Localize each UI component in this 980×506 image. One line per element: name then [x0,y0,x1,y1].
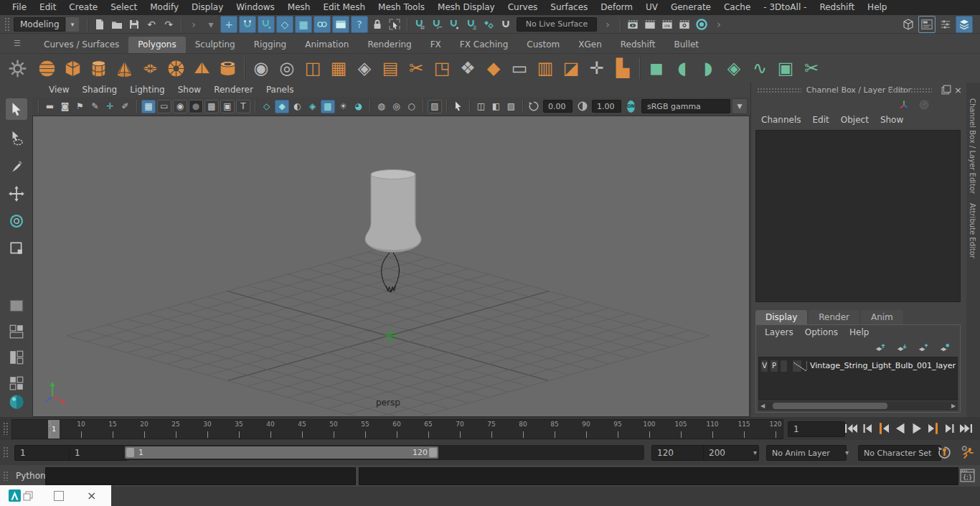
channel-box-menu-object[interactable]: Object [835,115,875,125]
open-render-view-icon[interactable] [625,17,641,32]
poly-cylinder-icon[interactable] [86,56,110,80]
shelf-tab-redshift[interactable]: Redshift [611,37,665,53]
shelf-tab-bullet[interactable]: Bullet [664,37,708,53]
render-current-frame-icon[interactable] [642,17,658,32]
menu-set-selector[interactable]: Modeling ▾ [14,17,80,32]
safe-title-icon[interactable]: T [236,100,250,113]
tool-settings-toggle-icon[interactable] [938,17,953,32]
film-gate-icon[interactable]: ▭ [157,100,171,113]
mirror-icon[interactable]: ◫ [301,56,325,80]
shelf-tab-curves-surfaces[interactable]: Curves / Surfaces [34,37,128,53]
bookmark-icon[interactable]: ⚑ [73,100,87,113]
undo-icon[interactable]: ↶ [143,17,159,32]
current-frame-field[interactable]: 1 [788,421,845,437]
shelf-gear-icon[interactable] [5,56,29,80]
poly-sphere-icon[interactable] [34,56,59,80]
layout-three-pane-button[interactable] [6,347,27,368]
character-set-field[interactable]: No Character Set [858,445,941,461]
menu-surfaces[interactable]: Surfaces [544,0,594,15]
time-slider[interactable]: 1 51015202530354045505560657075808590951… [11,419,783,439]
layer-tab-display[interactable]: Display [755,310,807,325]
step-forward-key-button[interactable] [925,421,941,436]
menu--3dtoall-[interactable]: - 3DtoAll - [757,0,813,15]
menu-curves[interactable]: Curves [501,0,545,15]
channel-box-list[interactable] [755,130,961,302]
back-buffer-icon[interactable]: ◧ [489,100,503,113]
redo-icon[interactable]: ↷ [161,17,176,32]
viewport-menu-renderer[interactable]: Renderer [207,85,260,95]
poly-torus-icon[interactable] [164,56,188,80]
layout-two-pane-button[interactable] [6,321,27,342]
play-backwards-button[interactable] [892,421,908,436]
uv-editor-icon[interactable]: ▣ [773,56,798,80]
toon-shader-icon[interactable] [694,17,710,32]
menu-uv[interactable]: UV [639,0,664,15]
step-back-frame-button[interactable] [859,421,875,436]
menu-mesh[interactable]: Mesh [281,0,317,15]
history-fwd-icon[interactable]: › [600,17,616,32]
transform-gizmo-icon[interactable]: ✛ [103,100,117,113]
poly-pyramid-icon[interactable] [189,56,214,80]
anim-pencil-icon[interactable]: ✎ [88,100,102,113]
menu-display[interactable]: Display [185,0,230,15]
layer-menu-options[interactable]: Options [799,327,844,337]
tab-attribute-editor[interactable]: Attribute Editor [969,203,976,258]
menu-edit-mesh[interactable]: Edit Mesh [316,0,372,15]
layer-color-swatch[interactable] [792,360,802,373]
xray-icon[interactable]: ◍ [374,100,388,113]
gamma-dropdown[interactable]: sRGB gamma ▼ [641,98,748,114]
layer-name[interactable]: Vintage_String_Light_Bulb_001_layer [806,361,956,370]
speed-dial-icon[interactable] [916,97,932,113]
character-set-caret-icon[interactable]: ▾ [845,449,849,456]
step-forward-frame-button[interactable] [941,421,958,436]
cmd-grip[interactable] [3,471,8,481]
shaded-mode-icon[interactable]: ◆ [275,100,289,113]
poly-cone-icon[interactable] [112,56,136,80]
make-live-point-icon[interactable] [446,17,462,32]
offset-edge-loop-icon[interactable]: ◪ [559,56,583,80]
channel-box-menu-edit[interactable]: Edit [807,115,835,125]
retopologize-icon[interactable]: ◈ [352,56,377,80]
viewport-menu-panels[interactable]: Panels [260,85,301,95]
snap-slate-icon[interactable] [332,16,349,33]
axis-tripod-icon[interactable] [896,97,912,113]
highlight-selection-icon[interactable] [387,17,402,32]
menu-edit[interactable]: Edit [33,0,62,15]
shelf-tab-rendering[interactable]: Rendering [358,37,420,53]
menu-deform[interactable]: Deform [594,0,639,15]
lock-selection-icon[interactable] [369,17,385,32]
shelf-tab-rigging[interactable]: Rigging [245,37,296,53]
modeling-toolkit-toggle-icon[interactable] [900,17,916,32]
menu-create[interactable]: Create [62,0,104,15]
go-to-end-button[interactable] [958,421,974,436]
multi-cut-icon[interactable]: ✂ [404,56,428,80]
hypershade-sphere-icon[interactable] [6,391,27,413]
bevel-icon[interactable]: ◆ [481,56,506,80]
range-slider-track[interactable]: 1 120 [122,445,644,460]
uv-spherical-icon[interactable]: ◗ [696,56,720,80]
combine-icon[interactable]: ◉ [249,56,273,80]
popout-icon[interactable] [941,85,951,95]
select-tool[interactable] [6,98,27,120]
default-material-icon[interactable]: ▩ [321,100,335,113]
move-layer-down-icon[interactable] [894,339,910,355]
camera-icon[interactable]: ▬ [43,100,57,113]
snap-to-view-icon[interactable]: ▦ [295,16,312,33]
make-live-grid-icon[interactable] [412,17,428,32]
snap-to-grids-icon[interactable]: + [220,16,237,33]
wireframe-mode-icon[interactable]: ◇ [260,100,273,113]
go-to-start-button[interactable] [842,421,859,436]
insert-edge-loop-icon[interactable]: ▥ [533,56,557,80]
open-scene-icon[interactable] [109,17,125,32]
layer-row[interactable]: V P Vintage_String_Light_Bulb_001_layer [760,358,956,373]
paint-select-tool[interactable] [6,156,27,177]
viewport-menu-lighting[interactable]: Lighting [123,85,171,95]
menu-file[interactable]: File [6,0,33,15]
maya-app-icon[interactable] [9,489,21,502]
menu-set-arrow-icon[interactable]: ▾ [65,17,80,32]
new-scene-icon[interactable] [92,17,108,32]
layer-playback-toggle[interactable]: P [770,360,778,373]
menu-generate[interactable]: Generate [664,0,717,15]
restore-window-icon[interactable] [22,490,34,502]
scroll-left-icon[interactable]: ◀ [758,403,767,409]
